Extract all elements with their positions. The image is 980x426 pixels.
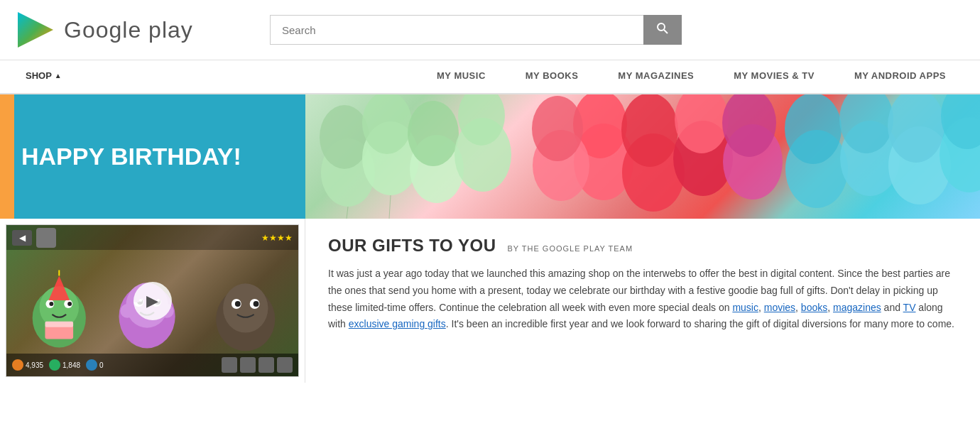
search-input[interactable] bbox=[270, 15, 643, 45]
nav-item-my-books[interactable]: MY BOOKS bbox=[506, 60, 599, 93]
nav-shop[interactable]: SHOP ▲ bbox=[14, 60, 73, 93]
game-action-icon-2[interactable] bbox=[240, 357, 256, 373]
svg-line-12 bbox=[389, 195, 391, 219]
svg-point-34 bbox=[49, 302, 53, 306]
gift-link-tv[interactable]: TV bbox=[903, 302, 916, 313]
svg-point-56 bbox=[235, 301, 241, 307]
gift-header: OUR GIFTS TO YOU BY THE GOOGLE PLAY TEAM bbox=[328, 236, 957, 256]
svg-point-58 bbox=[254, 301, 259, 307]
gift-body-text-5: and bbox=[881, 302, 903, 313]
nav-item-my-movies-tv[interactable]: MY MOVIES & TV bbox=[714, 60, 834, 93]
logo-text: Google play bbox=[64, 17, 193, 43]
game-stat-3: 0 bbox=[86, 359, 104, 371]
svg-point-24 bbox=[785, 94, 842, 164]
svg-point-47 bbox=[120, 304, 134, 318]
search-icon bbox=[657, 23, 668, 34]
game-stat-value-1: 4,935 bbox=[26, 361, 43, 369]
game-stat-value-3: 0 bbox=[99, 361, 104, 369]
svg-rect-40 bbox=[45, 322, 73, 327]
content-area: ◀ ★★★★ bbox=[0, 219, 980, 383]
nav-shop-arrow-icon: ▲ bbox=[55, 72, 62, 80]
search-button[interactable] bbox=[643, 15, 682, 45]
game-stat-1: 4,935 bbox=[12, 359, 43, 371]
google-play-logo-icon bbox=[14, 9, 57, 51]
gift-body-text-7: . It's been an incredible first year and… bbox=[446, 318, 954, 329]
game-stars: ★★★★ bbox=[261, 233, 293, 243]
gift-link-magazines[interactable]: magazines bbox=[833, 302, 881, 313]
navbar: SHOP ▲ MY MUSIC MY BOOKS MY MAGAZINES MY… bbox=[0, 60, 980, 94]
nav-item-my-music[interactable]: MY MUSIC bbox=[417, 60, 506, 93]
banner-area: HAPPY BIRTHDAY! bbox=[0, 94, 980, 219]
gift-body-text-2: , bbox=[758, 302, 764, 313]
game-back-button[interactable]: ◀ bbox=[12, 230, 32, 246]
banner-right bbox=[305, 94, 980, 219]
game-play-button[interactable]: ▶ bbox=[134, 282, 172, 320]
svg-point-20 bbox=[532, 96, 583, 161]
svg-point-1 bbox=[658, 23, 665, 31]
gift-link-books[interactable]: books bbox=[801, 302, 827, 313]
nav-items: MY MUSIC MY BOOKS MY MAGAZINES MY MOVIES… bbox=[417, 60, 966, 93]
game-app-icon bbox=[36, 228, 56, 248]
svg-point-36 bbox=[67, 302, 72, 306]
banner-left: HAPPY BIRTHDAY! bbox=[0, 94, 305, 219]
content-left: ◀ ★★★★ bbox=[0, 219, 305, 383]
svg-marker-0 bbox=[18, 12, 53, 48]
logo-area: Google play bbox=[14, 9, 256, 51]
game-top-bar: ◀ ★★★★ bbox=[6, 225, 298, 250]
nav-item-my-magazines[interactable]: MY MAGAZINES bbox=[598, 60, 714, 93]
nav-item-my-android-apps[interactable]: MY ANDROID APPS bbox=[834, 60, 966, 93]
header: Google play bbox=[0, 0, 980, 60]
svg-point-16 bbox=[621, 94, 678, 167]
svg-point-6 bbox=[362, 94, 412, 154]
game-action-icon-4[interactable] bbox=[277, 357, 293, 373]
content-right: OUR GIFTS TO YOU BY THE GOOGLE PLAY TEAM… bbox=[305, 219, 980, 383]
game-action-icon-1[interactable] bbox=[222, 357, 237, 373]
game-bottom-bar: 4,935 1,848 0 bbox=[6, 354, 298, 376]
game-stat-icon-2 bbox=[49, 359, 60, 371]
balloons-image bbox=[305, 94, 980, 219]
svg-point-4 bbox=[320, 105, 369, 169]
gift-link-movies[interactable]: movies bbox=[764, 302, 795, 313]
banner-title: HAPPY BIRTHDAY! bbox=[21, 142, 241, 171]
svg-line-2 bbox=[664, 30, 668, 33]
svg-point-8 bbox=[408, 101, 459, 166]
game-action-icons bbox=[222, 357, 293, 373]
game-stat-2: 1,848 bbox=[49, 359, 80, 371]
search-area bbox=[270, 15, 682, 45]
game-stat-value-2: 1,848 bbox=[62, 361, 80, 369]
gift-body: It was just a year ago today that we lau… bbox=[328, 266, 957, 333]
game-stat-icon-1 bbox=[12, 359, 23, 371]
svg-line-11 bbox=[347, 207, 348, 219]
game-stat-icon-3 bbox=[86, 359, 97, 371]
game-action-icon-3[interactable] bbox=[258, 357, 274, 373]
svg-point-54 bbox=[223, 283, 268, 332]
gift-subtitle: BY THE GOOGLE PLAY TEAM bbox=[507, 244, 633, 253]
gift-body-text-3: , bbox=[795, 302, 801, 313]
gift-link-music[interactable]: music bbox=[732, 302, 758, 313]
balloon-left-decoration bbox=[0, 94, 14, 219]
gift-title: OUR GIFTS TO YOU bbox=[328, 236, 496, 256]
gift-link-gaming[interactable]: exclusive gaming gifts bbox=[349, 318, 446, 329]
nav-shop-label: SHOP bbox=[26, 70, 52, 81]
game-screenshot[interactable]: ◀ ★★★★ bbox=[6, 224, 299, 377]
gift-body-text-4: , bbox=[827, 302, 833, 313]
